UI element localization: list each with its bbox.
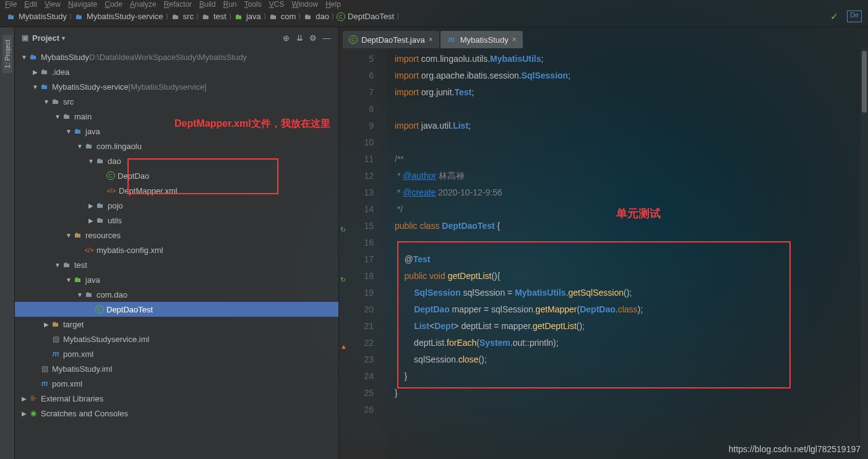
- close-icon[interactable]: ×: [512, 35, 517, 44]
- folder-icon: 🖿: [74, 12, 84, 22]
- menu-window[interactable]: Window: [291, 0, 318, 6]
- menu-navigate[interactable]: Navigate: [68, 0, 97, 6]
- panel-title-text: Project: [32, 33, 59, 43]
- project-icon: ▣: [20, 33, 30, 43]
- breadcrumb-item[interactable]: 🖿test: [201, 12, 226, 22]
- menu-file[interactable]: File: [5, 0, 17, 6]
- menu-help[interactable]: Help: [325, 0, 341, 6]
- test-icon: C: [337, 12, 345, 21]
- tree-node[interactable]: ▶🖿.idea: [15, 64, 338, 79]
- panel-tool-0[interactable]: ⊕: [279, 31, 293, 45]
- menu-refactor[interactable]: Refactor: [164, 0, 192, 6]
- panel-tool-3[interactable]: —: [320, 31, 333, 45]
- tree-node[interactable]: ▼🖿src: [15, 94, 338, 109]
- menu-analyze[interactable]: Analyze: [130, 0, 157, 6]
- menu-tools[interactable]: Tools: [244, 0, 262, 6]
- folder-icon: 🖿: [269, 12, 278, 22]
- watermark: https://blog.csdn.net/lgl782519197: [729, 444, 861, 454]
- line-gutter[interactable]: 56789101112131415↻161718↻19202122▲232425…: [339, 48, 379, 459]
- editor-tabs: CDeptDaoTest.java×mMybatisStudy×: [339, 27, 868, 48]
- tree-node[interactable]: ▼🖿dao: [15, 153, 338, 168]
- folder-icon: 🖿: [171, 12, 181, 22]
- close-icon[interactable]: ×: [429, 35, 433, 44]
- code-editor[interactable]: 单元测试 import com.lingaolu.utils.MybatisUt…: [387, 48, 868, 459]
- vertical-scrollbar[interactable]: [861, 48, 868, 459]
- folder-icon: 🖿: [303, 12, 313, 22]
- breadcrumb-item[interactable]: 🖿MybatisStudy: [6, 12, 67, 22]
- tree-node[interactable]: CDeptDao: [15, 168, 338, 183]
- breadcrumb-item[interactable]: 🖿src: [171, 12, 194, 22]
- tree-node[interactable]: ▤MybatisStudy.iml: [15, 361, 338, 376]
- menu-bar: FileEditViewNavigateCodeAnalyzeRefactorB…: [0, 0, 868, 6]
- breadcrumb-item[interactable]: 🖿MybatisStudy-service: [74, 12, 163, 22]
- tree-node[interactable]: ▼🖿main: [15, 109, 338, 124]
- editor-area: CDeptDaoTest.java×mMybatisStudy× 5678910…: [339, 27, 868, 459]
- editor-tab[interactable]: CDeptDaoTest.java×: [343, 31, 439, 48]
- tree-node[interactable]: ▼🖿com.lingaolu: [15, 139, 338, 153]
- tree-node[interactable]: ▼🖿com.dao: [15, 287, 338, 302]
- tree-node[interactable]: ▶◉Scratches and Consoles: [15, 406, 338, 421]
- tree-node[interactable]: CDeptDaoTest: [15, 302, 338, 317]
- tree-node[interactable]: mpom.xml: [15, 376, 338, 391]
- tree-node[interactable]: ▼🖿java: [15, 124, 338, 139]
- project-panel: ▣ Project ▾ ⊕⇊⚙— DeptMapper.xml文件，我放在这里 …: [15, 27, 339, 459]
- tool-window-strip: 1: Project: [0, 27, 15, 459]
- tree-node[interactable]: ▶⊪External Libraries: [15, 391, 338, 406]
- tree-node[interactable]: ▼🖿resources: [15, 228, 338, 242]
- fold-column[interactable]: [379, 48, 387, 459]
- tree-node[interactable]: </>DeptMapper.xml: [15, 183, 338, 198]
- tree-node[interactable]: ▶🖿pojo: [15, 198, 338, 213]
- tree-node[interactable]: mpom.xml: [15, 346, 338, 361]
- menu-code[interactable]: Code: [105, 0, 122, 6]
- tree-node[interactable]: ▶🖿target: [15, 317, 338, 332]
- menu-build[interactable]: Build: [199, 0, 216, 6]
- tree-node[interactable]: ▤MybatisStudyservice.iml: [15, 332, 338, 346]
- dropdown-icon: ▾: [62, 35, 65, 41]
- folder-icon: 🖿: [234, 12, 244, 22]
- project-tool-tab[interactable]: 1: Project: [2, 35, 12, 73]
- tree-node[interactable]: ▼🖿MybatisStudy D:\Data\IdeaWorkSpaceStud…: [15, 49, 338, 64]
- editor-tab[interactable]: mMybatisStudy×: [440, 31, 523, 48]
- menu-view[interactable]: View: [45, 0, 61, 6]
- panel-title[interactable]: ▣ Project ▾: [20, 33, 65, 43]
- menu-vcs[interactable]: VCS: [269, 0, 285, 6]
- breadcrumb-item[interactable]: CDeptDaoTest: [337, 12, 394, 21]
- tree-node[interactable]: ▼🖿java: [15, 272, 338, 287]
- breadcrumb-item[interactable]: 🖿java: [234, 12, 261, 22]
- breadcrumb-item[interactable]: 🖿com: [269, 12, 296, 22]
- folder-icon: 🖿: [6, 12, 16, 22]
- tree-node[interactable]: ▼🖿test: [15, 257, 338, 272]
- folder-icon: 🖿: [201, 12, 211, 22]
- breadcrumb-item[interactable]: 🖿dao: [303, 12, 329, 22]
- project-tree[interactable]: DeptMapper.xml文件，我放在这里 ▼🖿MybatisStudy D:…: [15, 48, 338, 459]
- tree-node[interactable]: ▼🖿MybatisStudy-service [MybatisStudyserv…: [15, 79, 338, 94]
- menu-edit[interactable]: Edit: [24, 0, 37, 6]
- menu-run[interactable]: Run: [223, 0, 237, 6]
- panel-tool-2[interactable]: ⚙: [306, 31, 320, 45]
- breadcrumb-bar: 🖿MybatisStudy⟩🖿MybatisStudy-service⟩🖿src…: [0, 6, 868, 27]
- check-icon[interactable]: ✓: [830, 11, 838, 22]
- tree-node[interactable]: ▶🖿utils: [15, 213, 338, 228]
- tree-node[interactable]: </>mybatis-config.xml: [15, 242, 338, 257]
- de-button[interactable]: De: [847, 11, 862, 22]
- panel-tool-1[interactable]: ⇊: [293, 31, 306, 45]
